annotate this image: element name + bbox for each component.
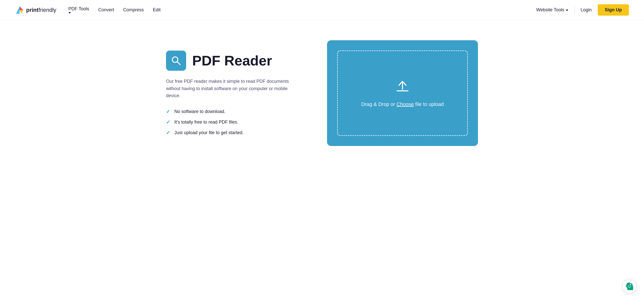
page-icon-title: PDF Reader <box>166 51 312 71</box>
check-icon-2: ✓ <box>166 119 170 125</box>
search-icon <box>171 55 182 66</box>
upload-dropzone[interactable]: Drag & Drop or Choose file to upload <box>337 50 468 136</box>
svg-marker-0 <box>16 6 20 14</box>
navbar-left: printfriendly PDF Tools Convert Compress… <box>15 6 161 15</box>
chevron-down-icon <box>566 10 568 11</box>
check-icon-1: ✓ <box>166 108 170 115</box>
logo[interactable]: printfriendly <box>15 6 56 15</box>
navbar: printfriendly PDF Tools Convert Compress… <box>0 0 644 20</box>
upload-icon <box>394 79 411 96</box>
chatgpt-fab[interactable] <box>622 279 636 293</box>
signup-button[interactable]: Sign Up <box>598 4 629 16</box>
upload-container: Drag & Drop or Choose file to upload <box>327 40 478 146</box>
svg-line-4 <box>177 62 180 65</box>
feature-item-2: ✓ It's totally free to read PDF files. <box>166 119 312 125</box>
nav-item-convert[interactable]: Convert <box>98 7 114 13</box>
navbar-right: Website Tools Login Sign Up <box>536 4 629 16</box>
nav-item-compress[interactable]: Compress <box>123 7 144 13</box>
search-icon-box <box>166 51 186 71</box>
feature-item-1: ✓ No software to download. <box>166 108 312 115</box>
nav-links: PDF Tools Convert Compress Edit <box>68 6 161 14</box>
chatgpt-icon <box>626 283 633 290</box>
check-icon-3: ✓ <box>166 130 170 136</box>
main-content: PDF Reader Our free PDF reader makes it … <box>146 20 498 166</box>
chevron-down-icon <box>68 12 71 14</box>
choose-link[interactable]: Choose <box>396 101 414 107</box>
page-description: Our free PDF reader makes it simple to r… <box>166 78 297 99</box>
logo-text: printfriendly <box>26 7 56 13</box>
nav-item-pdf-tools[interactable]: PDF Tools <box>68 6 89 14</box>
login-button[interactable]: Login <box>581 7 592 13</box>
feature-text-2: It's totally free to read PDF files. <box>174 120 238 125</box>
svg-rect-5 <box>396 90 409 91</box>
logo-icon <box>15 6 24 15</box>
navbar-divider <box>574 6 575 15</box>
upload-text: Drag & Drop or Choose file to upload <box>361 101 444 107</box>
feature-item-3: ✓ Just upload your file to get started. <box>166 130 312 136</box>
feature-list: ✓ No software to download. ✓ It's totall… <box>166 108 312 136</box>
feature-text-3: Just upload your file to get started. <box>174 130 244 135</box>
svg-marker-2 <box>20 10 23 14</box>
nav-item-edit[interactable]: Edit <box>153 7 161 13</box>
left-section: PDF Reader Our free PDF reader makes it … <box>166 51 312 136</box>
right-section: Drag & Drop or Choose file to upload <box>327 40 478 146</box>
feature-text-1: No software to download. <box>174 109 225 114</box>
svg-marker-1 <box>20 6 23 10</box>
page-title: PDF Reader <box>192 53 272 68</box>
website-tools-button[interactable]: Website Tools <box>536 7 568 13</box>
